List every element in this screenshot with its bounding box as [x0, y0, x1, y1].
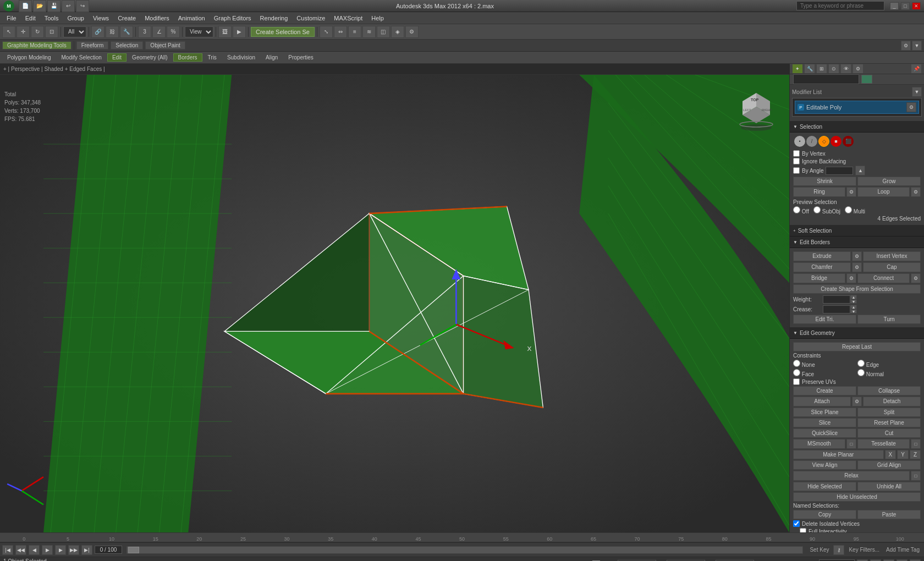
- relax-btn[interactable]: Relax: [793, 471, 910, 481]
- render-btn[interactable]: 🖼: [218, 26, 232, 38]
- full-interactivity-check[interactable]: [800, 528, 806, 532]
- angle-spinner-up[interactable]: ▲: [855, 166, 865, 175]
- x-btn[interactable]: X: [885, 450, 897, 459]
- render-setup-btn[interactable]: ⚙: [405, 26, 419, 38]
- modify-selection-btn[interactable]: Modify Selection: [57, 53, 107, 62]
- bind-btn[interactable]: 🔧: [120, 26, 133, 38]
- percent-snap-btn[interactable]: %: [167, 26, 180, 38]
- graphite-modeling-tools-btn[interactable]: Graphite Modeling Tools: [2, 41, 72, 50]
- search-input[interactable]: [796, 1, 884, 10]
- poly-mode-btn[interactable]: ■: [831, 136, 842, 147]
- edit-btn[interactable]: Edit: [107, 53, 127, 62]
- status-play-btn[interactable]: ▶: [883, 559, 894, 562]
- status-prev-btn[interactable]: ◀: [857, 559, 868, 562]
- slice-plane-btn[interactable]: Slice Plane: [793, 408, 856, 417]
- unhide-all-btn[interactable]: Unhide All: [857, 482, 921, 491]
- hide-selected-btn[interactable]: Hide Selected: [793, 482, 856, 491]
- end-btn[interactable]: ▶|: [81, 545, 92, 555]
- create-selection-btn[interactable]: Create Selection Se: [251, 27, 315, 37]
- selection-header[interactable]: ▼ Selection: [790, 122, 924, 133]
- open-btn[interactable]: 📂: [33, 0, 46, 12]
- modify-tab[interactable]: 🔧: [804, 64, 815, 74]
- scale-btn[interactable]: ⊡: [45, 26, 58, 38]
- border-mode-btn[interactable]: ◇: [818, 136, 829, 147]
- set-key-btn[interactable]: ⚷: [833, 545, 844, 555]
- start-btn[interactable]: |◀: [2, 545, 13, 555]
- tris-btn[interactable]: Tris: [203, 53, 222, 62]
- 3d-snap-btn[interactable]: 3: [138, 26, 151, 38]
- save-btn[interactable]: 💾: [47, 0, 61, 12]
- z-btn[interactable]: Z: [910, 450, 921, 459]
- gbar-settings-btn[interactable]: ⚙: [901, 41, 911, 51]
- quick-render-btn[interactable]: ▶: [233, 26, 246, 38]
- link-btn[interactable]: 🔗: [91, 26, 105, 38]
- attach-btn[interactable]: Attach: [793, 397, 851, 406]
- view-dropdown[interactable]: View: [185, 26, 213, 37]
- chamfer-settings-btn[interactable]: ⚙: [852, 262, 862, 272]
- none-radio[interactable]: [793, 360, 800, 367]
- menu-modifiers[interactable]: Modifiers: [140, 14, 174, 23]
- face-radio[interactable]: [793, 369, 800, 376]
- layer-btn[interactable]: ≋: [362, 26, 376, 38]
- menu-customize[interactable]: Customize: [292, 14, 329, 23]
- menu-views[interactable]: Views: [89, 14, 113, 23]
- bridge-settings-btn[interactable]: ⚙: [846, 273, 856, 283]
- status-end-btn[interactable]: ▶|: [897, 559, 908, 562]
- copy-btn[interactable]: Copy: [793, 510, 856, 519]
- msmooth-btn[interactable]: MSmooth: [793, 439, 845, 449]
- mat-editor-btn[interactable]: ◈: [391, 26, 404, 38]
- status-options-btn[interactable]: ⚙: [910, 559, 921, 562]
- angle-snap-btn[interactable]: ∠: [152, 26, 166, 38]
- reset-plane-btn[interactable]: Reset Plane: [857, 418, 921, 427]
- insert-vertex-btn[interactable]: Insert Vertex: [863, 251, 921, 261]
- create-btn[interactable]: Create: [793, 386, 856, 395]
- grow-btn[interactable]: Grow: [857, 177, 921, 186]
- ignore-backfacing-check[interactable]: [793, 158, 800, 164]
- timeline-thumb[interactable]: [128, 547, 139, 553]
- element-mode-btn[interactable]: ⬛: [843, 136, 854, 147]
- extrude-btn[interactable]: Extrude: [793, 251, 851, 261]
- y-btn[interactable]: Y: [897, 450, 909, 459]
- hide-unselected-btn[interactable]: Hide Unselected: [793, 492, 921, 502]
- weight-down[interactable]: ▼: [850, 299, 857, 304]
- select-btn[interactable]: ↖: [2, 26, 15, 38]
- attach-settings-btn[interactable]: ⚙: [852, 397, 862, 406]
- viewport-canvas[interactable]: x Total Polys: 347,348 Verts: 173,700: [0, 75, 789, 532]
- menu-tools[interactable]: Tools: [40, 14, 63, 23]
- polygon-modeling-btn[interactable]: Polygon Modeling: [2, 53, 56, 62]
- xform-btn[interactable]: ⤡: [320, 26, 333, 38]
- minimize-btn[interactable]: _: [890, 2, 899, 10]
- properties-btn[interactable]: Properties: [283, 53, 318, 62]
- hierarchy-tab[interactable]: ⊞: [816, 64, 827, 74]
- crease-up[interactable]: ▲: [850, 305, 857, 309]
- freeform-btn[interactable]: Freeform: [76, 41, 109, 50]
- by-vertex-check[interactable]: [793, 150, 800, 157]
- object-color-swatch[interactable]: [861, 75, 872, 84]
- slice-btn[interactable]: Slice: [793, 418, 856, 427]
- move-btn[interactable]: ✛: [16, 26, 30, 38]
- mirror-btn[interactable]: ⇔: [334, 26, 347, 38]
- msmooth-check[interactable]: □: [846, 439, 856, 449]
- cut-btn[interactable]: Cut: [857, 428, 921, 438]
- grid-align-btn[interactable]: Grid Align: [857, 460, 921, 470]
- restore-btn[interactable]: □: [901, 2, 910, 10]
- edge-mode-btn[interactable]: /: [806, 136, 817, 147]
- soft-selection-header[interactable]: + Soft Selection: [790, 226, 924, 237]
- delete-isolated-check[interactable]: [793, 520, 800, 527]
- crease-input[interactable]: 0.0: [823, 305, 850, 314]
- next-key-btn[interactable]: ▶▶: [68, 545, 79, 555]
- menu-help[interactable]: Help: [367, 14, 388, 23]
- preserve-uvs-check[interactable]: [793, 378, 800, 385]
- subdivision-sub-btn[interactable]: Subdivision: [222, 53, 260, 62]
- normal-radio[interactable]: [857, 369, 865, 376]
- undo-btn[interactable]: ↩: [62, 0, 75, 12]
- menu-animation[interactable]: Animation: [174, 14, 210, 23]
- extrude-settings-btn[interactable]: ⚙: [852, 251, 862, 261]
- weight-input[interactable]: 1.0: [823, 295, 850, 304]
- vertex-mode-btn[interactable]: •: [794, 136, 805, 147]
- align-btn[interactable]: Align: [261, 53, 283, 62]
- crease-down[interactable]: ▼: [850, 309, 857, 314]
- utilities-tab[interactable]: ⚙: [853, 64, 864, 74]
- create-tab[interactable]: ✦: [792, 64, 803, 74]
- edit-borders-header[interactable]: ▼ Edit Borders: [790, 237, 924, 248]
